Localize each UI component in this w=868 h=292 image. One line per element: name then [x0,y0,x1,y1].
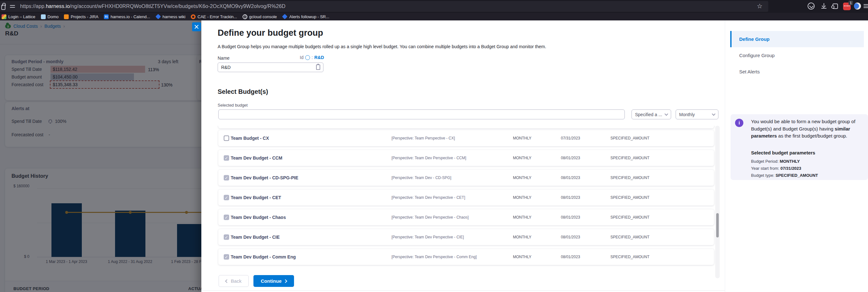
budget-name: Team Dev Budget - CCM [231,155,282,160]
bookmark-label: Domo [48,14,59,19]
step-define-group[interactable]: Define Group [730,31,864,47]
back-button[interactable]: Back [219,275,249,287]
budget-checkbox[interactable] [224,155,229,161]
bookmark-item[interactable]: Projects - JIRA [64,14,98,19]
bookmark-label: Login – Lattice [8,14,35,19]
budget-row[interactable]: Team Dev Budget - CIE[Perspective: Team … [218,229,714,245]
id-separator: : [312,55,313,60]
modal-dim-overlay [0,21,203,292]
bookmark-item[interactable]: Domo [41,14,59,19]
budget-list: Team Budget - CX[Perspective: Team Persp… [217,126,716,278]
budget-start-date: 08/01/2023 [561,235,580,239]
budget-checkbox[interactable] [224,175,229,181]
budget-row[interactable]: Team Dev Budget - CCM[Perspective: Team … [218,150,714,166]
id-row: Id : R&D [300,55,324,60]
budget-row[interactable]: Team Budget - CX[Perspective: Team Persp… [218,130,714,146]
name-input[interactable] [218,63,323,72]
close-icon[interactable] [192,22,201,31]
step-label: Define Group [739,36,770,42]
budget-type-filter-dropdown[interactable]: Specified a ... [631,109,671,119]
url-bar[interactable]: https://app.harness.io/ng/account/wFHXHD… [0,1,768,12]
clipboard-icon[interactable] [316,65,320,70]
permissions-sliders-icon[interactable] [10,4,15,9]
budget-period-filter-dropdown[interactable]: Monthly [676,109,718,119]
budget-row[interactable]: Team Dev Budget - CD-SPG-PIE[Perspective… [218,170,714,186]
step-label: Configure Group [739,53,775,58]
budget-start-date: 07/31/2023 [561,136,580,140]
diamond-favicon-icon [282,14,288,20]
budget-start-date: 08/01/2023 [561,215,580,220]
hamburger-menu-icon[interactable] [864,3,868,9]
budget-row[interactable]: Team Dev Budget - CET[Perspective: Team … [218,189,714,206]
gcal-favicon-icon: 31 [104,14,108,19]
url-text[interactable]: https://app.harness.io/ng/account/wFHXHD… [20,3,285,9]
budget-name: Team Dev Budget - CET [231,195,281,200]
divider [202,290,725,291]
budget-perspective: [Perspective: Team Dev - CD-SPG] [392,176,451,180]
budget-period: MONTHLY [513,176,531,180]
budget-type: SPECIFIED_AMOUNT [611,195,649,200]
extensions-puzzle-icon[interactable] [833,3,838,9]
id-label: Id [300,55,304,60]
budget-type: SPECIFIED_AMOUNT [611,255,649,259]
bookmark-item[interactable]: gcloud console [243,14,277,19]
account-icon[interactable] [854,3,861,9]
budget-checkbox[interactable] [224,254,229,260]
divider [725,21,725,292]
ring-favicon-icon [191,14,195,19]
step-set-alerts[interactable]: Set Alerts [730,64,864,80]
budget-period: MONTHLY [513,156,531,160]
budget-row[interactable]: Team Dev Budget - Chaos[Perspective: Tea… [218,209,714,225]
selected-budget-input[interactable] [218,109,625,119]
budget-period: MONTHLY [513,195,531,200]
bookmark-star-icon[interactable]: ☆ [757,3,763,9]
bookmark-item[interactable]: Alerts followup - SR... [282,14,329,19]
param-budget-period: Budget Period: MONTHLY [751,159,800,164]
step-label: Set Alerts [739,69,760,74]
budget-checkbox[interactable] [224,215,229,220]
budget-perspective: [Perspective: Team Dev Perspective - CIE… [392,235,464,239]
budget-perspective: [Perspective: Team Dev Perspective - CCM… [392,156,466,160]
chevron-down-icon [712,112,715,115]
info-panel: You would be able to form a new budget g… [731,114,868,180]
scrollbar-thumb[interactable] [716,213,719,238]
name-label: Name [218,56,229,61]
param-budget-type: Budget type: SPECIFIED_AMOUNT [751,173,818,178]
pocket-icon[interactable] [808,3,815,9]
id-value[interactable]: R&D [314,55,324,60]
password-manager-icon[interactable]: •••• 1 [843,3,851,10]
bookmark-item[interactable]: CAE - Error Trackin... [191,14,237,19]
select-budgets-heading: Select Budget(s) [218,88,268,96]
budget-type: SPECIFIED_AMOUNT [611,136,649,140]
budget-checkbox[interactable] [224,136,229,141]
bookmark-label: gcloud console [249,14,277,19]
lock-icon [1,5,5,10]
step-configure-group[interactable]: Configure Group [730,47,864,64]
bookmark-item[interactable]: Login – Lattice [2,14,35,19]
budget-perspective: [Perspective: Team Dev Perspective - Cha… [392,215,468,220]
bookmark-item[interactable]: harness wiki [156,14,186,19]
bookmarks-bar: Login – LatticeDomoProjects - JIRA31harn… [0,13,868,21]
bookmark-item[interactable]: 31harness.io - Calend... [104,14,150,19]
budget-checkbox[interactable] [224,195,229,200]
diamond-favicon-icon [155,14,161,20]
modal-title: Define your budget group [218,28,323,38]
bookmark-label: harness.io - Calend... [111,14,150,19]
info-icon[interactable] [305,55,310,60]
bookmark-label: harness wiki [163,14,186,19]
budget-row[interactable]: Team Dev Budget - Comm Eng[Perspective: … [218,249,714,265]
budget-type: SPECIFIED_AMOUNT [611,215,649,220]
budget-checkbox[interactable] [224,234,229,240]
continue-button[interactable]: Continue [253,275,294,287]
selected-budget-label: Selected budget [218,103,248,108]
scrollbar-track[interactable] [715,126,720,278]
extension-badge: 1 [848,1,853,5]
wizard-steps: Define GroupConfigure GroupSet Alerts [730,31,864,80]
budget-group-modal: Define your budget group A Budget Group … [202,21,868,292]
budget-perspective: [Perspective: Team Perspective - CX] [392,136,455,140]
budget-type: SPECIFIED_AMOUNT [611,156,649,160]
browser-toolbar: https://app.harness.io/ng/account/wFHXHD… [0,0,868,13]
chevron-left-icon [225,279,229,283]
budget-period: MONTHLY [513,136,531,140]
download-icon[interactable] [820,3,828,10]
